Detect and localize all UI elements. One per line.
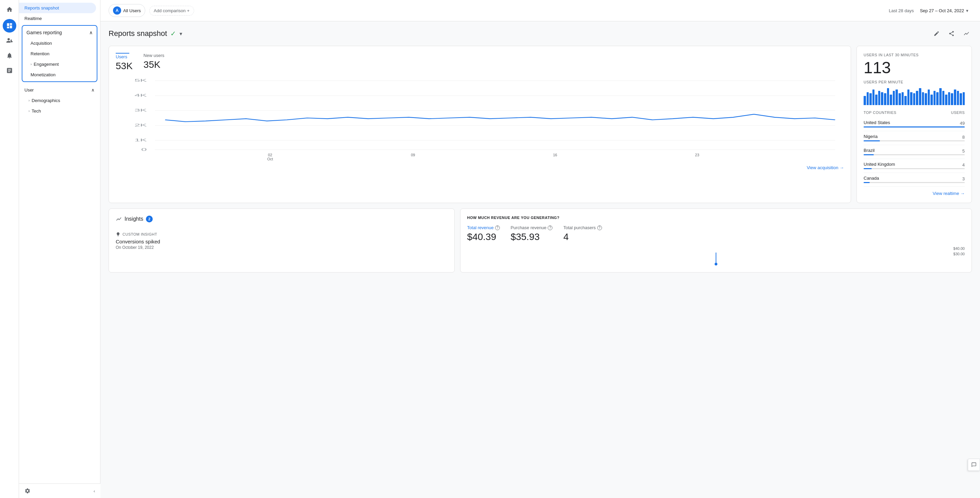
purchase-revenue-help-icon[interactable]: ? [548, 225, 552, 230]
revenue-card: HOW MUCH REVENUE ARE YOU GENERATING? Tot… [460, 208, 972, 273]
svg-text:0: 0 [141, 147, 147, 152]
retention-label: Retention [30, 51, 49, 56]
purchase-revenue-label: Purchase revenue ? [511, 225, 553, 230]
country-value: 8 [963, 135, 965, 140]
sidebar-item-engagement[interactable]: › Engagement [22, 59, 97, 70]
purchase-revenue-value: $35.93 [511, 232, 553, 243]
all-users-label: All Users [123, 8, 141, 13]
page-title-text: Reports snapshot [108, 29, 167, 38]
alerts-icon-btn[interactable] [3, 49, 16, 62]
settings-item[interactable] [24, 488, 30, 494]
all-users-pill[interactable]: A All Users [108, 4, 145, 17]
tech-chevron-icon: › [29, 109, 30, 113]
sidebar-item-realtime[interactable]: Realtime [19, 13, 96, 24]
user-section-header[interactable]: User ∧ [22, 85, 97, 95]
view-realtime-link[interactable]: View realtime → [864, 187, 965, 196]
total-revenue-label: Total revenue ? [467, 225, 500, 230]
country-value: 4 [963, 162, 965, 168]
new-users-stat: New users 35K [143, 53, 164, 70]
mini-bar-item [902, 92, 904, 105]
insight-type: CUSTOM INSIGHT [116, 232, 448, 236]
games-reporting-header[interactable]: Games reporting ∧ [22, 27, 97, 38]
mini-bars-chart [864, 88, 965, 105]
page-title-icons [931, 28, 972, 39]
mini-bar-item [904, 96, 907, 105]
realtime-title: USERS IN LAST 30 MINUTES [864, 53, 965, 57]
users-stat: Users 53K [116, 53, 133, 71]
sidebar-item-tech[interactable]: › Tech [22, 106, 97, 116]
sidebar-item-monetization[interactable]: Monetization [22, 70, 97, 80]
sidebar-item-reports-snapshot[interactable]: Reports snapshot [19, 3, 96, 13]
users-label: Users [116, 54, 133, 59]
total-revenue-stat: Total revenue ? $40.39 [467, 225, 500, 243]
mini-bar-item [916, 91, 918, 105]
mini-bar-item [869, 93, 872, 105]
mini-bar-item [934, 91, 936, 105]
total-revenue-help-icon[interactable]: ? [495, 225, 500, 230]
mini-bar-item [939, 88, 942, 105]
country-bar-bg [864, 140, 965, 141]
header-left: A All Users Add comparison + [108, 4, 194, 17]
edit-report-btn[interactable] [931, 28, 942, 39]
mini-bar-item [925, 93, 927, 105]
user-section: User ∧ › Demographics › Tech [19, 85, 100, 116]
country-bar-fill [864, 154, 874, 155]
insights-icon [116, 216, 122, 222]
stats-row: Users 53K New users 35K [116, 53, 844, 71]
mini-bar-item [890, 95, 892, 105]
demographics-chevron-icon: › [29, 99, 30, 102]
mini-bar-item [872, 89, 875, 105]
mini-bar-item [931, 95, 933, 105]
feedback-btn[interactable] [968, 459, 980, 471]
title-dropdown-icon[interactable]: ▾ [180, 30, 182, 37]
engagement-label: Engagement [33, 62, 59, 67]
sidebar-bottom[interactable]: ‹ [19, 484, 100, 498]
users-value: 53K [116, 61, 133, 71]
insights-badge: 2 [146, 216, 153, 222]
add-comparison-btn[interactable]: Add comparison + [149, 6, 194, 16]
mini-bar-item [936, 92, 939, 105]
country-value: 3 [963, 176, 965, 181]
users-col-label: USERS [951, 111, 965, 114]
svg-text:2K: 2K [134, 124, 147, 127]
home-icon-btn[interactable] [3, 3, 16, 16]
reports-icon-btn[interactable] [3, 64, 16, 77]
view-acquisition-link[interactable]: View acquisition → [116, 161, 844, 170]
country-bar-fill [864, 182, 870, 183]
mini-bar-item [878, 91, 881, 105]
country-bar-bg [864, 127, 965, 127]
chevron-right-icon: › [30, 62, 32, 66]
settings-gear-icon [24, 488, 30, 494]
audience-icon-btn[interactable] [3, 34, 16, 48]
user-chevron-icon: ∧ [91, 87, 95, 92]
sidebar: Reports snapshot Realtime Games reportin… [19, 0, 100, 498]
mini-bar-item [963, 92, 965, 105]
mini-bar-item [899, 93, 901, 105]
mini-bar-item [864, 96, 866, 105]
mini-bar-item [942, 91, 945, 105]
sidebar-item-demographics[interactable]: › Demographics [22, 95, 97, 106]
sidebar-item-acquisition[interactable]: Acquisition [22, 38, 97, 49]
mini-bar-item [922, 92, 924, 105]
mini-bar-item [957, 91, 959, 105]
icon-bar [0, 0, 19, 498]
top-header: A All Users Add comparison + Last 28 day… [100, 0, 980, 21]
sidebar-item-retention[interactable]: Retention [22, 49, 97, 59]
dashboard-icon-btn[interactable] [3, 19, 16, 33]
last-days-label: Last 28 days [889, 8, 914, 13]
page-title: Reports snapshot ✓ ▾ [108, 29, 182, 38]
user-label: User [24, 87, 33, 92]
demographics-label: Demographics [32, 98, 60, 103]
country-bar-bg [864, 168, 965, 169]
total-purchasers-help-icon[interactable]: ? [597, 225, 602, 230]
country-row: Nigeria 8 [864, 131, 965, 145]
mini-bar-item [910, 92, 912, 105]
date-dropdown-icon: ▾ [966, 8, 969, 13]
insights-btn[interactable] [961, 28, 972, 39]
country-value: 49 [960, 121, 965, 126]
date-range-picker[interactable]: Sep 27 – Oct 24, 2022 ▾ [916, 6, 972, 15]
monetization-label: Monetization [30, 72, 56, 77]
sidebar-collapse-btn[interactable]: ‹ [94, 488, 95, 493]
games-reporting-label: Games reporting [27, 30, 62, 35]
share-btn[interactable] [946, 28, 957, 39]
